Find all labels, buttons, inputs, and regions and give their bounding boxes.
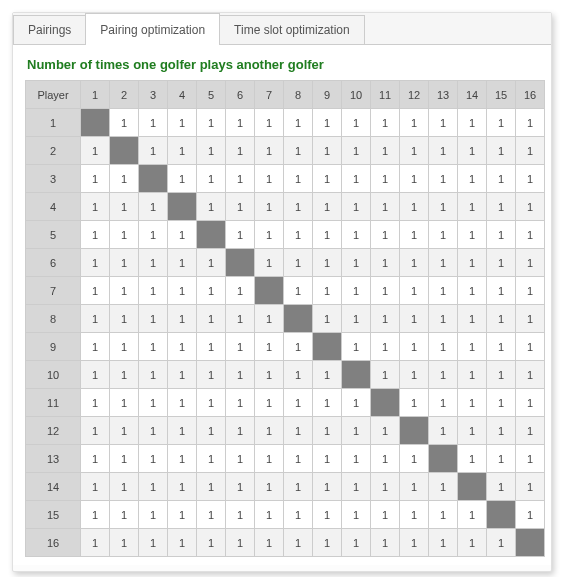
value-cell: 1 bbox=[487, 361, 516, 389]
value-cell: 1 bbox=[487, 165, 516, 193]
value-cell: 1 bbox=[197, 277, 226, 305]
value-cell: 1 bbox=[429, 305, 458, 333]
col-header: 14 bbox=[458, 81, 487, 109]
value-cell: 1 bbox=[371, 361, 400, 389]
value-cell: 1 bbox=[110, 249, 139, 277]
value-cell: 1 bbox=[226, 445, 255, 473]
value-cell: 1 bbox=[458, 501, 487, 529]
value-cell: 1 bbox=[313, 305, 342, 333]
value-cell: 1 bbox=[342, 165, 371, 193]
value-cell: 1 bbox=[458, 193, 487, 221]
value-cell: 1 bbox=[168, 137, 197, 165]
value-cell: 1 bbox=[255, 445, 284, 473]
value-cell: 1 bbox=[168, 417, 197, 445]
row-header: 11 bbox=[26, 389, 81, 417]
row-header: 4 bbox=[26, 193, 81, 221]
value-cell: 1 bbox=[516, 501, 545, 529]
value-cell: 1 bbox=[110, 473, 139, 501]
value-cell: 1 bbox=[371, 193, 400, 221]
col-header: 12 bbox=[400, 81, 429, 109]
diagonal-cell bbox=[516, 529, 545, 557]
value-cell: 1 bbox=[168, 109, 197, 137]
value-cell: 1 bbox=[458, 221, 487, 249]
tab-pairings[interactable]: Pairings bbox=[13, 15, 86, 44]
value-cell: 1 bbox=[110, 221, 139, 249]
value-cell: 1 bbox=[255, 501, 284, 529]
value-cell: 1 bbox=[342, 193, 371, 221]
value-cell: 1 bbox=[458, 277, 487, 305]
row-header: 1 bbox=[26, 109, 81, 137]
value-cell: 1 bbox=[81, 249, 110, 277]
value-cell: 1 bbox=[197, 473, 226, 501]
value-cell: 1 bbox=[429, 165, 458, 193]
value-cell: 1 bbox=[400, 473, 429, 501]
value-cell: 1 bbox=[226, 417, 255, 445]
value-cell: 1 bbox=[110, 529, 139, 557]
value-cell: 1 bbox=[487, 249, 516, 277]
row-header: 15 bbox=[26, 501, 81, 529]
value-cell: 1 bbox=[400, 333, 429, 361]
tab-bar: PairingsPairing optimizationTime slot op… bbox=[13, 13, 551, 45]
value-cell: 1 bbox=[226, 109, 255, 137]
value-cell: 1 bbox=[284, 361, 313, 389]
value-cell: 1 bbox=[197, 501, 226, 529]
value-cell: 1 bbox=[168, 249, 197, 277]
table-row: 1111111111111111 bbox=[26, 109, 545, 137]
value-cell: 1 bbox=[342, 277, 371, 305]
value-cell: 1 bbox=[313, 501, 342, 529]
value-cell: 1 bbox=[139, 389, 168, 417]
row-header: 8 bbox=[26, 305, 81, 333]
value-cell: 1 bbox=[313, 389, 342, 417]
value-cell: 1 bbox=[487, 305, 516, 333]
value-cell: 1 bbox=[429, 137, 458, 165]
value-cell: 1 bbox=[168, 361, 197, 389]
value-cell: 1 bbox=[400, 109, 429, 137]
diagonal-cell bbox=[313, 333, 342, 361]
value-cell: 1 bbox=[487, 277, 516, 305]
page-title: Number of times one golfer plays another… bbox=[27, 57, 539, 72]
value-cell: 1 bbox=[313, 221, 342, 249]
diagonal-cell bbox=[197, 221, 226, 249]
value-cell: 1 bbox=[429, 501, 458, 529]
diagonal-cell bbox=[255, 277, 284, 305]
value-cell: 1 bbox=[81, 501, 110, 529]
value-cell: 1 bbox=[284, 165, 313, 193]
value-cell: 1 bbox=[284, 445, 313, 473]
col-header: 7 bbox=[255, 81, 284, 109]
value-cell: 1 bbox=[516, 221, 545, 249]
value-cell: 1 bbox=[226, 333, 255, 361]
value-cell: 1 bbox=[313, 249, 342, 277]
value-cell: 1 bbox=[139, 473, 168, 501]
value-cell: 1 bbox=[284, 389, 313, 417]
value-cell: 1 bbox=[197, 305, 226, 333]
value-cell: 1 bbox=[110, 389, 139, 417]
tab-pairing-optimization[interactable]: Pairing optimization bbox=[85, 13, 220, 45]
value-cell: 1 bbox=[226, 193, 255, 221]
row-header: 5 bbox=[26, 221, 81, 249]
value-cell: 1 bbox=[371, 445, 400, 473]
value-cell: 1 bbox=[342, 473, 371, 501]
value-cell: 1 bbox=[197, 417, 226, 445]
col-header: 8 bbox=[284, 81, 313, 109]
tab-time-slot-optimization[interactable]: Time slot optimization bbox=[219, 15, 365, 44]
value-cell: 1 bbox=[255, 473, 284, 501]
value-cell: 1 bbox=[429, 277, 458, 305]
value-cell: 1 bbox=[516, 473, 545, 501]
value-cell: 1 bbox=[487, 389, 516, 417]
value-cell: 1 bbox=[81, 473, 110, 501]
value-cell: 1 bbox=[342, 389, 371, 417]
value-cell: 1 bbox=[313, 165, 342, 193]
value-cell: 1 bbox=[371, 249, 400, 277]
value-cell: 1 bbox=[139, 193, 168, 221]
value-cell: 1 bbox=[255, 221, 284, 249]
value-cell: 1 bbox=[139, 445, 168, 473]
value-cell: 1 bbox=[226, 501, 255, 529]
value-cell: 1 bbox=[516, 249, 545, 277]
value-cell: 1 bbox=[139, 277, 168, 305]
col-header: 2 bbox=[110, 81, 139, 109]
value-cell: 1 bbox=[197, 109, 226, 137]
value-cell: 1 bbox=[284, 501, 313, 529]
value-cell: 1 bbox=[81, 529, 110, 557]
value-cell: 1 bbox=[139, 109, 168, 137]
col-header: 13 bbox=[429, 81, 458, 109]
